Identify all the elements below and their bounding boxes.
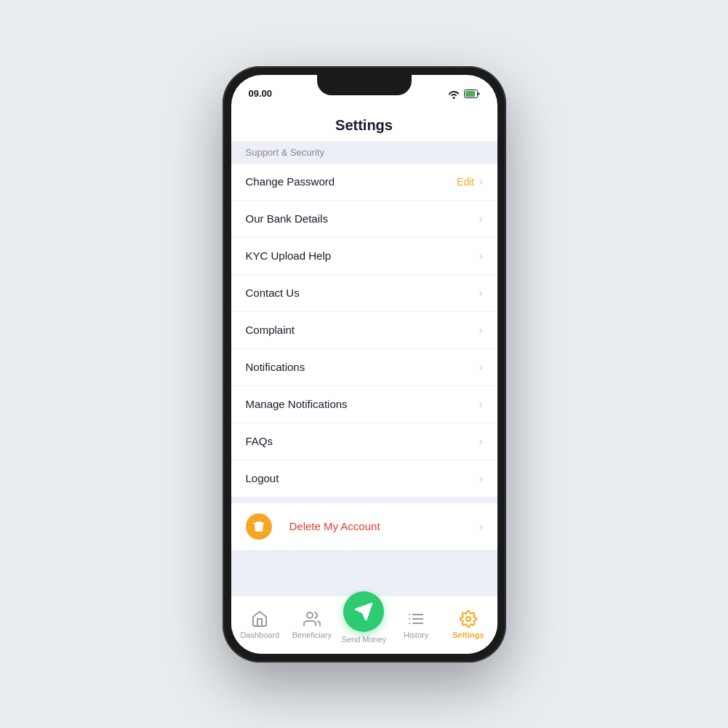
- delete-chevron: ›: [479, 520, 482, 533]
- bottom-nav: Dashboard Beneficiary: [231, 596, 497, 654]
- settings-icon: [460, 610, 477, 628]
- nav-label-history: History: [404, 631, 428, 639]
- nav-item-send-money[interactable]: Send Money: [338, 606, 391, 644]
- menu-item-label-bank-details: Our Bank Details: [246, 212, 328, 225]
- menu-item-label-notifications: Notifications: [246, 361, 305, 373]
- spacer: [231, 556, 497, 596]
- nav-label-dashboard: Dashboard: [240, 631, 279, 639]
- status-icons: [447, 89, 480, 99]
- menu-item-bank-details[interactable]: Our Bank Details›: [231, 201, 497, 238]
- chevron-change-password: ›: [479, 175, 482, 188]
- menu-item-label-complaint: Complaint: [246, 324, 295, 336]
- chevron-notifications: ›: [479, 361, 482, 374]
- menu-item-notifications[interactable]: Notifications›: [231, 349, 497, 386]
- nav-item-beneficiary[interactable]: Beneficiary: [286, 604, 338, 645]
- menu-item-label-change-password: Change Password: [246, 175, 335, 188]
- menu-item-faqs[interactable]: FAQs›: [231, 423, 497, 460]
- chevron-faqs: ›: [479, 435, 482, 448]
- page-title: Settings: [231, 107, 497, 141]
- svg-rect-1: [465, 91, 475, 97]
- nav-label-send-money: Send Money: [342, 635, 387, 644]
- people-icon: [303, 610, 321, 628]
- status-time: 09.00: [249, 88, 273, 99]
- delete-account-label: Delete My Account: [289, 520, 380, 532]
- menu-item-label-logout: Logout: [246, 472, 279, 484]
- chevron-complaint: ›: [479, 324, 482, 337]
- svg-point-9: [466, 617, 471, 621]
- section-header: Support & Security: [231, 141, 497, 164]
- edit-label-change-password: Edit: [457, 176, 474, 188]
- menu-item-label-contact-us: Contact Us: [246, 287, 300, 299]
- delete-section: Delete My Account ›: [231, 497, 497, 556]
- menu-item-label-kyc-upload: KYC Upload Help: [246, 249, 332, 262]
- history-icon: [407, 610, 425, 628]
- delete-account-item[interactable]: Delete My Account ›: [231, 503, 497, 550]
- home-icon: [251, 610, 268, 628]
- content-area: Support & Security Change PasswordEdit›O…: [231, 141, 497, 596]
- menu-list: Change PasswordEdit›Our Bank Details›KYC…: [231, 164, 497, 497]
- nav-item-settings[interactable]: Settings: [442, 604, 495, 645]
- send-icon: [354, 602, 373, 621]
- menu-item-kyc-upload[interactable]: KYC Upload Help›: [231, 238, 497, 275]
- chevron-kyc-upload: ›: [479, 249, 482, 263]
- menu-item-complaint[interactable]: Complaint›: [231, 312, 497, 349]
- svg-point-2: [307, 612, 313, 618]
- send-money-button[interactable]: [343, 591, 384, 632]
- menu-item-label-faqs: FAQs: [246, 435, 273, 447]
- battery-icon: [464, 89, 480, 98]
- nav-label-settings: Settings: [452, 631, 484, 639]
- trash-icon: [252, 520, 265, 533]
- phone-screen: 09.00 Settings Support & Security: [231, 75, 497, 654]
- notch: [317, 75, 412, 95]
- phone-frame: 09.00 Settings Support & Security: [223, 66, 506, 663]
- menu-item-contact-us[interactable]: Contact Us›: [231, 275, 497, 312]
- chevron-bank-details: ›: [479, 212, 482, 225]
- nav-item-dashboard[interactable]: Dashboard: [234, 604, 287, 645]
- wifi-icon: [447, 89, 460, 99]
- nav-item-history[interactable]: History: [390, 604, 442, 645]
- menu-item-manage-notifications[interactable]: Manage Notifications›: [231, 386, 497, 423]
- menu-item-label-manage-notifications: Manage Notifications: [246, 398, 348, 410]
- chevron-manage-notifications: ›: [479, 398, 482, 411]
- delete-icon-circle: [246, 513, 272, 540]
- menu-item-change-password[interactable]: Change PasswordEdit›: [231, 164, 497, 201]
- nav-label-beneficiary: Beneficiary: [292, 631, 332, 639]
- menu-item-logout[interactable]: Logout›: [231, 460, 497, 497]
- chevron-contact-us: ›: [479, 287, 482, 300]
- chevron-logout: ›: [479, 472, 482, 485]
